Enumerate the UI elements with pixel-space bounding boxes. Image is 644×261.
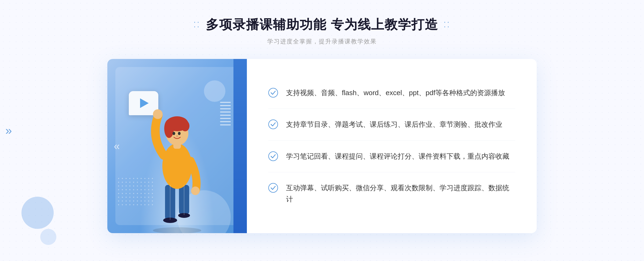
chevrons-left-outer: » xyxy=(5,124,12,137)
blue-sidebar-bar xyxy=(233,59,247,233)
feature-item-3: 学习笔记回看、课程提问、课程评论打分、课件资料下载，重点内容收藏 xyxy=(268,141,515,173)
person-illustration xyxy=(134,94,220,233)
svg-point-13 xyxy=(173,132,175,135)
feature-item-2: 支持章节目录、弹题考试、课后练习、课后作业、章节测验、批改作业 xyxy=(268,109,515,141)
feature-item-1: 支持视频、音频、flash、word、excel、ppt、pdf等各种格式的资源… xyxy=(268,77,515,109)
header-dots-left: ⁚⁚ xyxy=(193,20,200,29)
svg-point-18 xyxy=(269,88,278,97)
svg-point-5 xyxy=(162,143,192,189)
page-title: 多项录播课辅助功能 专为线上教学打造 xyxy=(206,16,438,33)
svg-point-19 xyxy=(269,120,278,129)
svg-point-6 xyxy=(153,109,163,119)
check-icon-3 xyxy=(268,151,278,161)
feature-text-3: 学习笔记回看、课程提问、课程评论打分、课件资料下载，重点内容收藏 xyxy=(286,151,509,162)
svg-point-20 xyxy=(269,152,278,161)
chevrons-left-inner: « xyxy=(114,141,120,151)
check-icon-2 xyxy=(268,120,278,129)
feature-text-1: 支持视频、音频、flash、word、excel、ppt、pdf等各种格式的资源… xyxy=(286,87,505,99)
feature-text-4: 互动弹幕、试听购买、微信分享、观看次数限制、学习进度跟踪、数据统计 xyxy=(286,182,515,205)
deco-circle-blue-outer xyxy=(21,197,54,229)
illustration-panel: « xyxy=(107,59,247,233)
main-content-card: « 支持视频、音频、flash、word、excel、ppt、pdf等各种格式的… xyxy=(107,59,537,233)
check-icon-1 xyxy=(268,88,278,98)
svg-point-15 xyxy=(176,135,178,137)
svg-point-0 xyxy=(153,227,201,233)
header-dots-right: ⁚⁚ xyxy=(444,20,451,29)
svg-point-14 xyxy=(178,132,181,135)
deco-circle-light-outer xyxy=(40,229,56,245)
stripe-decoration xyxy=(220,102,231,134)
svg-point-11 xyxy=(164,119,174,138)
svg-point-21 xyxy=(269,183,278,192)
check-icon-4 xyxy=(268,183,278,193)
header-section: ⁚⁚ 多项录播课辅助功能 专为线上教学打造 ⁚⁚ 学习进度全掌握，提升录播课教学… xyxy=(193,16,450,46)
svg-point-12 xyxy=(181,121,189,131)
content-panel: 支持视频、音频、flash、word、excel、ppt、pdf等各种格式的资源… xyxy=(247,59,537,233)
feature-text-2: 支持章节目录、弹题考试、课后练习、课后作业、章节测验、批改作业 xyxy=(286,119,502,130)
feature-item-4: 互动弹幕、试听购买、微信分享、观看次数限制、学习进度跟踪、数据统计 xyxy=(268,172,515,215)
header-subtitle: 学习进度全掌握，提升录播课教学效果 xyxy=(193,38,450,46)
header-title-row: ⁚⁚ 多项录播课辅助功能 专为线上教学打造 ⁚⁚ xyxy=(193,16,450,33)
page-container: » ⁚⁚ 多项录播课辅助功能 专为线上教学打造 ⁚⁚ 学习进度全掌握，提升录播课… xyxy=(0,0,644,261)
svg-point-7 xyxy=(191,187,200,195)
